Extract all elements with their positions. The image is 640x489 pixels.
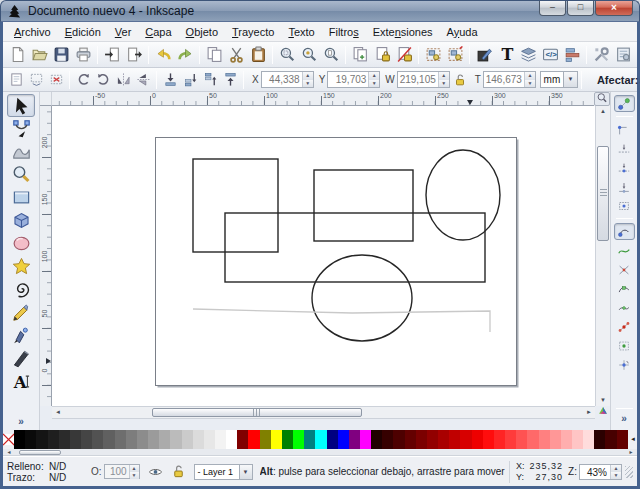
color-swatch[interactable] bbox=[137, 430, 148, 449]
layer-lock-open-icon[interactable] bbox=[171, 464, 186, 479]
group-button[interactable] bbox=[422, 44, 444, 66]
color-swatch[interactable] bbox=[539, 430, 550, 449]
cut-button[interactable] bbox=[225, 44, 247, 66]
raise-button[interactable] bbox=[200, 70, 220, 90]
color-swatch[interactable] bbox=[271, 430, 282, 449]
export-button[interactable] bbox=[123, 44, 145, 66]
color-swatch[interactable] bbox=[148, 430, 159, 449]
horizontal-scroll-thumb[interactable] bbox=[152, 408, 362, 417]
color-swatch[interactable] bbox=[382, 430, 393, 449]
menu-edición[interactable]: Edición bbox=[58, 23, 108, 41]
select-all-layers-button[interactable] bbox=[26, 70, 46, 90]
print-button[interactable] bbox=[72, 44, 94, 66]
rotate-cw-button[interactable] bbox=[93, 70, 113, 90]
color-swatch[interactable] bbox=[48, 430, 59, 449]
snap-midpoints-button[interactable] bbox=[614, 318, 635, 335]
color-swatch[interactable] bbox=[360, 430, 371, 449]
zoom-spinner[interactable]: ▲▼ bbox=[610, 465, 621, 479]
select-all-button[interactable] bbox=[6, 70, 26, 90]
text-tool-button[interactable]: A bbox=[7, 370, 35, 393]
snap-cusp-nodes-button[interactable] bbox=[614, 280, 635, 297]
scroll-right-arrow[interactable]: ► bbox=[583, 407, 595, 418]
import-button[interactable] bbox=[101, 44, 123, 66]
canvas-viewport[interactable] bbox=[52, 106, 595, 406]
raise-top-button[interactable] bbox=[220, 70, 240, 90]
snap-bbox-edge-midpoint-button[interactable] bbox=[614, 159, 635, 176]
rectangle-tool-button[interactable] bbox=[7, 186, 35, 209]
snap-nodes-button[interactable] bbox=[614, 223, 635, 240]
color-swatch[interactable] bbox=[36, 430, 47, 449]
open-folder-button[interactable] bbox=[28, 44, 50, 66]
color-swatch[interactable] bbox=[304, 430, 315, 449]
save-button[interactable] bbox=[50, 44, 72, 66]
color-swatch[interactable] bbox=[282, 430, 293, 449]
unit-dropdown-arrow-icon[interactable]: ▼ bbox=[564, 71, 578, 88]
resize-grip[interactable] bbox=[625, 466, 633, 478]
color-swatch[interactable] bbox=[594, 430, 605, 449]
color-swatch[interactable] bbox=[438, 430, 449, 449]
layers-dialog-button[interactable] bbox=[517, 44, 539, 66]
color-swatch[interactable] bbox=[617, 430, 628, 449]
lower-button[interactable] bbox=[180, 70, 200, 90]
star-tool-button[interactable] bbox=[7, 255, 35, 278]
color-swatch[interactable] bbox=[327, 430, 338, 449]
vertical-ruler[interactable]: 200150100500 bbox=[40, 106, 52, 406]
clone-button[interactable] bbox=[371, 44, 393, 66]
zoom-field[interactable]: 43% ▲▼ bbox=[579, 464, 622, 480]
x-spinner[interactable]: ▲▼ bbox=[302, 72, 313, 87]
opacity-spinner[interactable]: ▲▼ bbox=[129, 465, 139, 478]
palette-scroll-thumb[interactable] bbox=[19, 450, 61, 455]
duplicate-button[interactable] bbox=[349, 44, 371, 66]
scroll-left-arrow[interactable]: ◄ bbox=[52, 407, 64, 418]
color-swatch[interactable] bbox=[561, 430, 572, 449]
color-managed-display-button[interactable] bbox=[595, 406, 610, 419]
menu-ayuda[interactable]: Ayuda bbox=[440, 23, 485, 41]
ellipse-tool-button[interactable] bbox=[7, 232, 35, 255]
color-swatch[interactable] bbox=[494, 430, 505, 449]
color-swatch[interactable] bbox=[103, 430, 114, 449]
color-swatch[interactable] bbox=[405, 430, 416, 449]
color-swatch[interactable] bbox=[550, 430, 561, 449]
new-document-button[interactable] bbox=[6, 44, 28, 66]
snap-intersections-button[interactable] bbox=[614, 261, 635, 278]
palette-scroll-right-arrow[interactable]: ► bbox=[625, 449, 637, 456]
calligraphy-tool-button[interactable] bbox=[7, 347, 35, 370]
color-swatch[interactable] bbox=[237, 430, 248, 449]
layer-selector[interactable]: - Layer 1 ▼ bbox=[194, 464, 253, 480]
horizontal-ruler[interactable]: -50050100150200250300350 bbox=[52, 92, 594, 106]
undo-button[interactable] bbox=[152, 44, 174, 66]
menu-archivo[interactable]: Archivo bbox=[7, 23, 58, 41]
color-swatch[interactable] bbox=[472, 430, 483, 449]
menu-objeto[interactable]: Objeto bbox=[179, 23, 225, 41]
lock-ratio-toggle[interactable] bbox=[451, 71, 469, 89]
snap-bbox-corner-button[interactable] bbox=[614, 121, 635, 138]
color-swatch[interactable] bbox=[70, 430, 81, 449]
snap-rotation-center-button[interactable] bbox=[614, 356, 635, 373]
w-field[interactable]: 219,105▲▼ bbox=[397, 71, 450, 88]
deselect-button[interactable] bbox=[46, 70, 66, 90]
flip-vertical-button[interactable] bbox=[133, 70, 153, 90]
snap-bbox-midpoint-button[interactable] bbox=[614, 178, 635, 195]
color-swatch[interactable] bbox=[416, 430, 427, 449]
t-field[interactable]: 146,673▲▼ bbox=[483, 71, 536, 88]
color-swatch[interactable] bbox=[349, 430, 360, 449]
menu-filtros[interactable]: Filtros bbox=[322, 23, 366, 41]
zoom-drawing-button[interactable] bbox=[298, 44, 320, 66]
y-spinner[interactable]: ▲▼ bbox=[368, 72, 379, 87]
color-swatch[interactable] bbox=[204, 430, 215, 449]
box3d-tool-button[interactable] bbox=[7, 209, 35, 232]
maximize-button[interactable]: □ bbox=[567, 1, 594, 16]
lower-bottom-button[interactable] bbox=[160, 70, 180, 90]
spiral-tool-button[interactable] bbox=[7, 278, 35, 301]
paste-button[interactable] bbox=[247, 44, 269, 66]
layer-dropdown-arrow-icon[interactable]: ▼ bbox=[240, 464, 253, 480]
fill-stroke-indicator[interactable]: Relleno: N/D Trazo: N/D bbox=[7, 461, 79, 483]
color-swatch[interactable] bbox=[126, 430, 137, 449]
flip-horizontal-button[interactable] bbox=[113, 70, 133, 90]
scroll-up-arrow[interactable]: ▲ bbox=[597, 106, 609, 117]
snap-bbox-edge-button[interactable] bbox=[614, 140, 635, 157]
color-swatch[interactable] bbox=[505, 430, 516, 449]
horizontal-scrollbar[interactable]: ◄ ► bbox=[52, 406, 595, 419]
color-swatch[interactable] bbox=[248, 430, 259, 449]
color-swatch[interactable] bbox=[449, 430, 460, 449]
